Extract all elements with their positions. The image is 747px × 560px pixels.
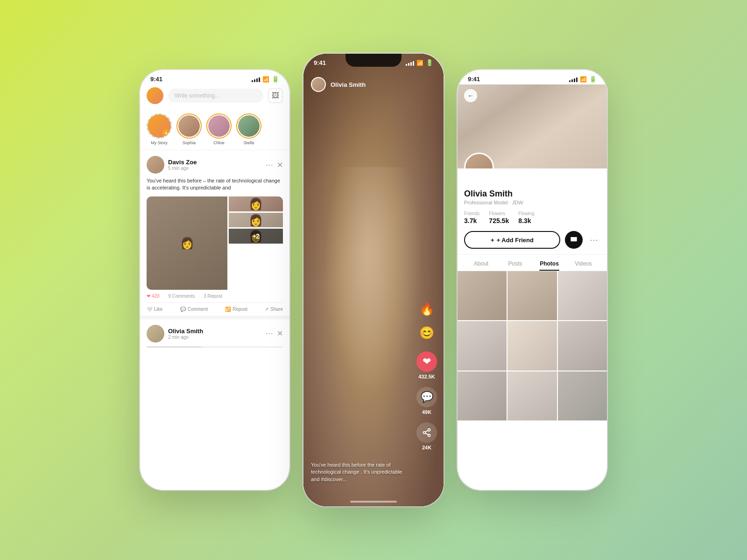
profile-notch [504,70,560,83]
reposts-count: 3 Repost [204,294,222,299]
friends-stat: Friends 3.7k [464,211,479,224]
profile-action-buttons: + + Add Friend ⋯ [464,231,600,249]
post-options-davis[interactable]: ⋯ ✕ [266,161,283,169]
add-friend-label: + Add Friend [497,237,534,244]
photo-2[interactable] [507,271,557,320]
skin-highlight [324,167,423,393]
story-stella[interactable]: Stella [236,113,261,145]
tab-posts[interactable]: Posts [498,255,532,271]
share-icon: ↗ [265,307,268,312]
tab-videos-label: Videos [575,260,592,267]
video-actions: 🔥 😊 ❤ 432.5K 💬 49K 24K [416,302,437,450]
story-chloe[interactable]: Chloe [206,113,232,145]
phone-profile: 9:41 📶 🔋 ← Olivia Smith Professional Mod… [458,70,607,490]
search-bar: Write something... 🖼 [140,84,289,109]
comment-label: Comment [188,307,208,312]
stella-avatar [236,113,261,139]
photo-4[interactable] [458,321,507,370]
profile-stats: Friends 3.7k Flowers 725.5k Flowing 8.3k [464,211,600,224]
post-olivia-preview: Olivia Smith 2 min ago ⋯ ✕ [140,319,289,351]
sophia-label: Sophia [183,140,196,145]
story-sophia[interactable]: Sophia [176,113,202,145]
flowers-label: Flowers [489,211,509,216]
tab-photos[interactable]: Photos [532,255,566,271]
grid-photo-mid-right [229,213,283,228]
svg-point-2 [428,434,430,436]
battery-icon: 🔋 [272,76,279,83]
photo-button[interactable]: 🖼 [268,88,283,103]
add-friend-button[interactable]: + + Add Friend [464,231,560,249]
tab-about[interactable]: About [464,255,498,271]
share-action[interactable]: 24K [416,422,437,450]
repost-button[interactable]: 🔁 Repost [225,307,247,312]
share-button[interactable]: ↗ Share [265,307,283,312]
olivia-meta: Olivia Smith 2 min ago [168,328,262,340]
photo-7[interactable] [458,371,507,420]
battery-icon-profile: 🔋 [589,76,597,83]
grid-photo-main [147,196,227,290]
message-button[interactable] [565,231,583,249]
video-caption: You've heard this before the rate of tec… [311,462,411,483]
phone-video: 9:41 📶 🔋 Olivia Smith 🔥 😊 [303,54,444,506]
video-notch [345,54,402,67]
davis-meta: Davis Zoe 5 min ago [168,159,262,171]
profile-info: Olivia Smith Professional Model · JDW Fr… [458,168,607,255]
status-icons-profile: 📶 🔋 [569,76,597,83]
comment-action[interactable]: 💬 49K [416,387,437,415]
photo-6[interactable] [558,321,607,370]
olivia-avatar-feed [147,325,164,343]
tab-about-label: About [474,260,488,267]
davis-actions: 🤍 Like 💬 Comment 🔁 Repost ↗ Share [147,302,283,312]
stella-label: Stella [244,140,254,145]
signal-icon [252,77,260,82]
friends-label: Friends [464,211,479,216]
close-icon[interactable]: ✕ [277,161,283,169]
post-options-olivia[interactable]: ⋯ ✕ [266,329,283,338]
profile-name: Olivia Smith [464,189,600,199]
flowing-stat: Flowing 8.3k [518,211,534,224]
davis-avatar [147,156,164,174]
search-input-wrap[interactable]: Write something... [168,89,263,103]
grid-photo-top-right [229,196,283,211]
svg-line-4 [425,430,428,432]
olivia-time-feed: 2 min ago [168,335,262,340]
like-label: Like [154,307,162,312]
back-button[interactable]: ← [464,89,477,102]
friends-value: 3.7k [464,217,479,224]
like-action[interactable]: ❤ 432.5K [416,351,437,379]
post-header-davis: Davis Zoe 5 min ago ⋯ ✕ [147,156,283,174]
tab-videos[interactable]: Videos [566,255,600,271]
like-button[interactable]: 🤍 Like [147,307,162,312]
photo-5[interactable] [507,321,557,370]
svg-line-3 [425,433,428,434]
davis-stats: ❤ 420 · 9 Comments · 3 Repost [147,294,283,299]
post-davis: Davis Zoe 5 min ago ⋯ ✕ You've heard thi… [140,150,289,319]
davis-photo-grid: +2 [147,196,283,290]
flowers-stat: Flowers 725.5k [489,211,509,224]
davis-time: 5 min ago [168,166,262,171]
more-dots-icon[interactable]: ⋯ [266,161,273,169]
comment-button[interactable]: 💬 Comment [180,307,208,312]
photo-8[interactable] [507,371,557,420]
photo-1[interactable] [458,271,507,320]
close-icon-2[interactable]: ✕ [277,329,283,338]
photos-grid [458,271,607,420]
grid-photo-bot-right: +2 [229,229,283,244]
post-header-olivia: Olivia Smith 2 min ago ⋯ ✕ [147,325,283,343]
video-username: Olivia Smith [331,81,366,88]
photo-9[interactable] [558,371,607,420]
more-dots-icon-2[interactable]: ⋯ [266,329,273,338]
likes-count: 420 [152,294,160,299]
profile-title: Professional Model · JDW [464,200,600,205]
search-placeholder: Write something... [175,92,219,99]
more-options-button[interactable]: ⋯ [587,233,600,246]
profile-tabs: About Posts Photos Videos [458,255,607,271]
status-icons: 📶 🔋 [252,76,279,83]
status-time-profile: 9:41 [468,76,480,83]
photo-3[interactable] [558,271,607,320]
share-count: 24K [422,445,431,450]
flowing-label: Flowing [518,211,534,216]
share-label: Share [270,307,283,312]
add-story-icon: + [162,129,170,137]
my-story[interactable]: + My Story [147,113,172,145]
